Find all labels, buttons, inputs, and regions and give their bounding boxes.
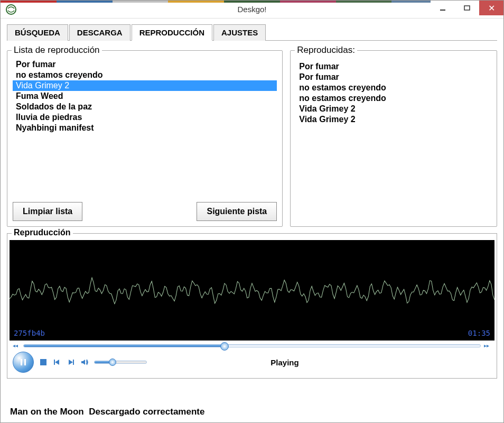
titlebar-accent	[1, 1, 503, 3]
playlist-item[interactable]: lluvia de piedras	[13, 112, 277, 123]
tab-bar: BÚSQUEDADESCARGAREPRODUCCIÓNAJUSTES	[7, 24, 497, 41]
playlist-buttons: Limpiar lista Siguiente pista	[13, 202, 277, 221]
playlist[interactable]: Por fumarno estamos creyendoVida Grimey …	[13, 59, 277, 198]
playlist-item[interactable]: Soldados de la paz	[13, 102, 277, 112]
history-item: no estamos creyendo	[299, 93, 488, 104]
playlist-item[interactable]: Vida Grimey 2	[13, 80, 277, 91]
volume-icon[interactable]	[80, 358, 89, 366]
rewind-icon[interactable]: ◂◂	[13, 343, 20, 348]
columns: Lista de reproducción Por fumarno estamo…	[7, 50, 497, 227]
next-track-button[interactable]: Siguiente pista	[197, 202, 277, 221]
maximize-button[interactable]	[455, 1, 479, 15]
history-item: no estamos creyendo	[299, 82, 488, 93]
history-item: Por fumar	[299, 72, 488, 82]
stop-button[interactable]	[39, 358, 48, 366]
playlist-title: Lista de reproducción	[12, 45, 102, 56]
tab-descarga[interactable]: DESCARGA	[69, 24, 130, 41]
playlist-group: Lista de reproducción Por fumarno estamo…	[7, 50, 283, 227]
window-controls: ✕	[431, 1, 503, 15]
waveform-display: 275fb4b 01:35	[10, 240, 494, 341]
svg-marker-10	[81, 360, 85, 365]
controls-row: Playing	[13, 352, 491, 373]
history-item: Vida Grimey 2	[299, 114, 488, 125]
client-area: BÚSQUEDADESCARGAREPRODUCCIÓNAJUSTES List…	[1, 19, 503, 383]
playlist-item[interactable]: Por fumar	[13, 59, 277, 70]
player-title: Repruducción	[12, 228, 73, 237]
tab-búsqueda[interactable]: BÚSQUEDA	[7, 24, 68, 41]
svg-rect-6	[54, 360, 55, 365]
svg-rect-2	[464, 6, 470, 10]
titlebar: Deskgo! ✕	[1, 1, 503, 19]
pause-button[interactable]	[13, 352, 34, 373]
playlist-item[interactable]: Nyahbingi manifest	[13, 123, 277, 133]
forward-icon[interactable]: ▸▸	[484, 343, 491, 348]
clear-list-button[interactable]: Limpiar lista	[13, 202, 82, 221]
playlist-item[interactable]: no estamos creyendo	[13, 70, 277, 80]
status-track: Man on the Moon	[10, 407, 84, 417]
playlist-item[interactable]: Fuma Weed	[13, 91, 277, 102]
elapsed-time: 01:35	[468, 329, 490, 337]
player-status: Playing	[152, 358, 491, 367]
close-button[interactable]: ✕	[479, 1, 503, 15]
wave-id: 275fb4b	[14, 329, 45, 337]
svg-rect-3	[21, 359, 22, 365]
svg-rect-5	[40, 359, 46, 365]
app-icon	[5, 3, 17, 16]
history-group: Reproducidas: Por fumarPor fumarno estam…	[290, 50, 497, 227]
volume-slider[interactable]	[94, 361, 147, 364]
main-window: Deskgo! ✕ BÚSQUEDADESCARGAREPRODUCCIÓNAJ…	[0, 0, 504, 423]
player-group: Repruducción 275fb4b 01:35 ◂◂ ▸▸	[7, 233, 497, 379]
tab-reproducción[interactable]: REPRODUCCIÓN	[132, 24, 212, 41]
seek-row: ◂◂ ▸▸	[13, 343, 491, 348]
minimize-button[interactable]	[431, 1, 455, 15]
prev-button[interactable]	[53, 358, 61, 366]
tab-ajustes[interactable]: AJUSTES	[213, 24, 266, 41]
seek-slider[interactable]	[23, 344, 481, 347]
status-bar: Man on the Moon Descargado correctamente	[7, 401, 497, 420]
svg-point-0	[6, 5, 16, 14]
next-button[interactable]	[67, 358, 75, 366]
history-title: Reproducidas:	[295, 45, 357, 56]
player-controls: ◂◂ ▸▸	[10, 341, 494, 376]
svg-marker-7	[55, 360, 59, 365]
history-item: Por fumar	[299, 61, 488, 72]
svg-rect-4	[24, 359, 26, 365]
history-list: Por fumarPor fumarno estamos creyendono …	[296, 59, 491, 213]
svg-rect-9	[73, 360, 74, 365]
status-message: Descargado correctamente	[89, 407, 204, 417]
svg-marker-8	[69, 360, 73, 365]
history-item: Vida Grimey 2	[299, 104, 488, 114]
window-title: Deskgo!	[1, 5, 503, 14]
